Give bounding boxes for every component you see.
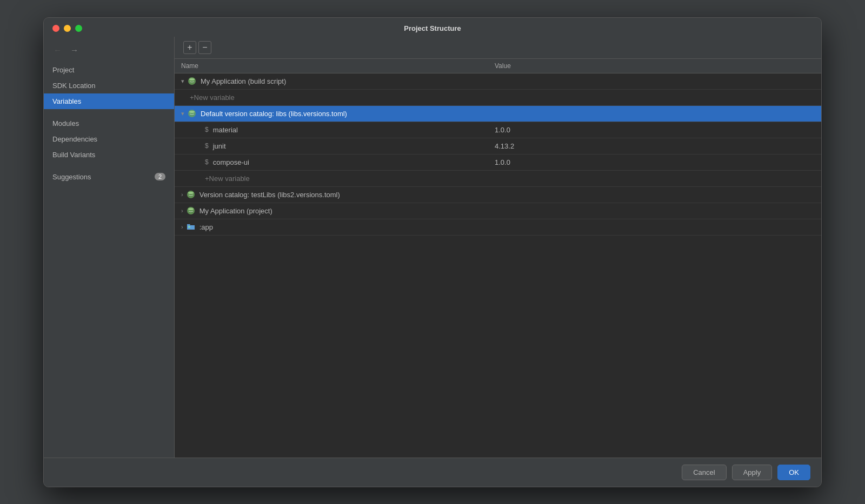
new-variable-link[interactable]: +New variable [190,93,235,102]
sidebar: ← → Project SDK Location Variables Modul… [44,37,175,458]
footer: Cancel Apply OK [44,458,821,487]
expand-icon[interactable]: › [181,207,183,214]
sidebar-item-label: SDK Location [52,82,96,90]
nav-controls: ← → [44,41,174,62]
row-label: :app [199,223,213,231]
dialog-title: Project Structure [404,24,461,32]
table-row[interactable]: › :app [175,219,821,236]
cell-name: $ material [175,126,488,134]
table-row[interactable]: ▾ My Application (build script) [175,73,821,90]
cell-name: $ compose-ui [175,158,488,166]
cell-name: › Version catalog: testLibs (libs2.versi… [175,190,488,199]
add-button[interactable]: + [183,41,196,54]
cell-value: 4.13.2 [488,142,821,150]
content-area: + − Name Value ▾ [175,37,821,458]
expand-icon[interactable]: › [181,191,183,198]
table-body: ▾ My Application (build script) +New var… [175,73,821,458]
sidebar-item-suggestions[interactable]: Suggestions 2 [44,169,174,185]
window-controls [52,25,82,32]
row-label: compose-ui [213,158,249,166]
apply-button[interactable]: Apply [732,465,773,480]
cancel-button[interactable]: Cancel [682,465,726,480]
sidebar-item-label: Dependencies [52,135,97,143]
suggestions-badge: 2 [155,173,165,180]
dollar-icon: $ [205,158,209,166]
gradle-icon [188,77,196,85]
cell-value: 1.0.0 [488,126,821,134]
toolbar: + − [175,37,821,59]
table-row[interactable]: +New variable [175,171,821,187]
cell-name: › :app [175,223,488,231]
svg-point-7 [188,208,194,210]
sidebar-item-label: Build Variants [52,151,95,159]
svg-rect-8 [188,226,190,228]
sidebar-item-modules[interactable]: Modules [44,116,174,131]
close-button[interactable] [52,25,59,32]
expand-icon[interactable]: ▾ [181,110,184,117]
maximize-button[interactable] [75,25,82,32]
minimize-button[interactable] [64,25,71,32]
cell-name: +New variable [175,174,488,183]
gradle-icon [187,206,195,215]
table-row[interactable]: $ material 1.0.0 [175,122,821,138]
sidebar-item-label: Suggestions [52,173,91,181]
folder-icon [187,223,195,231]
dollar-icon: $ [205,142,209,150]
row-label: Default version catalog: libs (libs.vers… [201,110,347,118]
table-row[interactable]: › My Application (project) [175,203,821,219]
svg-point-1 [189,78,195,80]
gradle-icon [187,190,195,199]
expand-icon[interactable]: › [181,224,183,230]
ok-button[interactable]: OK [777,465,810,480]
gradle-icon [188,109,196,118]
sidebar-gap [44,109,174,116]
table-row[interactable]: $ compose-ui 1.0.0 [175,154,821,171]
cell-name: ▾ My Application (build script) [175,77,488,85]
sidebar-item-build-variants[interactable]: Build Variants [44,147,174,163]
table-row[interactable]: › Version catalog: testLibs (libs2.versi… [175,187,821,203]
project-structure-dialog: Project Structure ← → Project SDK Locati… [43,17,822,487]
main-content: ← → Project SDK Location Variables Modul… [44,37,821,458]
svg-point-3 [189,111,195,113]
cell-name: ▾ Default version catalog: libs (libs.ve… [175,109,488,118]
svg-point-5 [188,192,194,194]
dollar-icon: $ [205,126,209,133]
row-label: Version catalog: testLibs (libs2.version… [199,191,340,199]
title-bar: Project Structure [44,18,821,37]
header-value: Value [488,59,821,73]
row-label: My Application (project) [199,207,272,215]
cell-value: 1.0.0 [488,158,821,166]
table-row[interactable]: ▾ Default version catalog: libs (libs.ve… [175,106,821,122]
row-label: material [213,126,238,134]
sidebar-item-project[interactable]: Project [44,62,174,78]
cell-name: $ junit [175,142,488,150]
sidebar-item-label: Variables [52,97,81,105]
expand-icon[interactable]: ▾ [181,78,184,85]
row-label: junit [213,142,226,150]
header-name: Name [175,59,488,73]
table-row[interactable]: +New variable [175,90,821,106]
sidebar-item-sdk-location[interactable]: SDK Location [44,78,174,93]
back-button[interactable]: ← [51,44,64,56]
sidebar-item-variables[interactable]: Variables [44,93,174,109]
cell-name: +New variable [175,93,488,102]
table-header: Name Value [175,59,821,73]
table-row[interactable]: $ junit 4.13.2 [175,138,821,154]
new-variable-link[interactable]: +New variable [205,174,250,183]
sidebar-item-dependencies[interactable]: Dependencies [44,131,174,147]
cell-name: › My Application (project) [175,206,488,215]
row-label: My Application (build script) [201,77,286,85]
sidebar-gap-2 [44,163,174,169]
sidebar-item-label: Project [52,66,74,74]
forward-button[interactable]: → [68,44,81,56]
remove-button[interactable]: − [198,41,211,54]
sidebar-item-label: Modules [52,119,79,127]
